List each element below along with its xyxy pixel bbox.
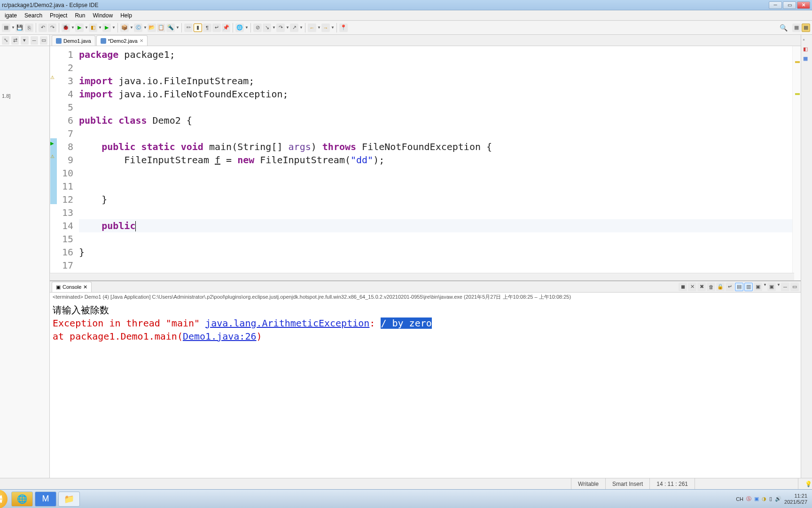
menu-run[interactable]: Run: [71, 11, 89, 20]
stacktrace-line: at package1.Demo1.main(Demo1.java:26): [53, 330, 798, 343]
close-button[interactable]: ✕: [797, 1, 810, 9]
link-editor-icon[interactable]: ⇄: [11, 36, 19, 45]
quick-access-icon[interactable]: 🔍: [780, 24, 788, 32]
open-console-button[interactable]: ▣: [754, 283, 762, 291]
toggle-block-button[interactable]: ▮: [194, 24, 202, 32]
exception-message-highlight: / by zero: [381, 318, 431, 329]
main-toolbar: ▦▼ 💾 ⎘ ↶ ↷ 🐞▼ ▶▼ ◧▼ ▶▼ 📦▼ Ⓒ▼ 📂 📋 🔦▼ ✏ ▮ …: [0, 21, 812, 35]
skip-breakpoints-button[interactable]: ⊘: [253, 24, 262, 32]
tab-label: Demo1.java: [63, 38, 91, 44]
tab-demo1[interactable]: Demo1.java: [52, 35, 95, 46]
breakpoint-bar[interactable]: ⚠▶⚠: [50, 46, 56, 280]
minimize-view-icon[interactable]: ─: [31, 36, 38, 45]
chrome-taskbar-icon[interactable]: 🌐: [11, 492, 33, 507]
stacktrace-link[interactable]: Demo1.java:26: [183, 331, 257, 342]
line-gutter: 1234567891011121314151617: [56, 46, 77, 280]
back-button[interactable]: ←: [308, 24, 316, 32]
view-menu-icon[interactable]: ▾: [21, 36, 28, 45]
tab-demo2[interactable]: *Demo2.java ✕: [96, 35, 148, 46]
show-whitespace-button[interactable]: ¶: [203, 24, 211, 32]
maximize-button[interactable]: ▭: [783, 1, 796, 9]
close-console-icon[interactable]: ✕: [83, 284, 87, 290]
tab-label: *Demo2.java: [108, 38, 138, 44]
save-all-button[interactable]: ⎘: [25, 24, 33, 32]
remove-all-button[interactable]: ✖: [697, 283, 706, 291]
console-panel: ▣ Console ✕ ◼ ✕ ✖ 🗑 🔒 ↵ ▤ ▥ ▣▼ ▣▼ ─ ▭: [50, 280, 801, 478]
search-button[interactable]: 🔦: [166, 24, 175, 32]
status-bar: Writable Smart Insert 14 : 11 : 261 💡: [0, 478, 812, 489]
pin-button[interactable]: 📌: [222, 24, 230, 32]
new-console-button[interactable]: ▣: [767, 283, 776, 291]
minimize-button[interactable]: ─: [769, 1, 782, 9]
explorer-taskbar-icon[interactable]: 📁: [58, 492, 80, 507]
status-cursor-pos: 14 : 11 : 261: [649, 478, 695, 489]
menu-navigate[interactable]: igate: [1, 11, 21, 20]
close-tab-icon[interactable]: ✕: [140, 38, 143, 43]
run-last-button[interactable]: ▶: [102, 24, 111, 32]
terminate-button[interactable]: ◼: [679, 283, 687, 291]
code-editor[interactable]: ⚠▶⚠ 1234567891011121314151617 package pa…: [50, 46, 801, 280]
collapse-all-icon[interactable]: ⤡: [2, 36, 9, 45]
console-tab[interactable]: ▣ Console ✕: [52, 282, 92, 292]
menu-help[interactable]: Help: [117, 11, 136, 20]
new-button[interactable]: ▦: [2, 24, 10, 32]
ime-indicator[interactable]: CH: [736, 496, 743, 502]
scroll-lock-button[interactable]: 🔒: [716, 283, 725, 291]
restore-view-icon[interactable]: ▫: [803, 37, 811, 44]
app-taskbar-icon[interactable]: M: [35, 492, 56, 507]
minimize-console-icon[interactable]: ─: [781, 283, 789, 291]
step-into-button[interactable]: ↘: [263, 24, 271, 32]
overview-ruler[interactable]: [792, 46, 801, 280]
maximize-view-icon[interactable]: ▭: [40, 36, 47, 45]
tray-icon[interactable]: Ⓢ: [746, 495, 751, 502]
start-button[interactable]: [0, 490, 8, 508]
forward-button[interactable]: →: [321, 24, 330, 32]
status-insert-mode: Smart Insert: [605, 478, 649, 489]
save-button[interactable]: 💾: [16, 24, 24, 32]
windows-taskbar: 🌐 M 📁 CH Ⓢ ▣ ◑ ▯ 🔊 11:21 2021/5/27: [0, 489, 812, 508]
console-output[interactable]: 请输入被除数 Exception in thread "main" java.l…: [50, 302, 801, 478]
window-title: rc/package1/Demo2.java - Eclipse IDE: [2, 2, 98, 8]
open-task-button[interactable]: 📋: [157, 24, 165, 32]
package-explorer: ⤡ ⇄ ▾ ─ ▭ 1.8]: [0, 35, 50, 478]
redo-button[interactable]: ↷: [48, 24, 56, 32]
code-area[interactable]: package package1; import java.io.FileInp…: [77, 46, 792, 280]
undo-button[interactable]: ↶: [39, 24, 47, 32]
step-over-button[interactable]: ↷: [276, 24, 285, 32]
run-button[interactable]: ▶: [75, 24, 84, 32]
horizontal-scrollbar[interactable]: [50, 273, 794, 280]
open-type-button[interactable]: 📂: [148, 24, 156, 32]
warning-marker[interactable]: [795, 61, 800, 63]
outline-icon[interactable]: ◧: [803, 46, 811, 54]
menu-search[interactable]: Search: [21, 11, 46, 20]
task-list-icon[interactable]: ▦: [803, 56, 811, 63]
tray-icon[interactable]: ◑: [762, 496, 766, 502]
pin-console-button[interactable]: ▤: [735, 283, 743, 291]
toggle-mark-button[interactable]: ✏: [184, 24, 193, 32]
debug-button[interactable]: 🐞: [62, 24, 70, 32]
menu-project[interactable]: Project: [46, 11, 71, 20]
display-selected-button[interactable]: ▥: [744, 283, 753, 291]
maximize-console-icon[interactable]: ▭: [790, 283, 799, 291]
new-package-button[interactable]: 📦: [120, 24, 129, 32]
warning-marker[interactable]: [795, 93, 800, 95]
coverage-button[interactable]: ◧: [89, 24, 97, 32]
perspective-java-button[interactable]: ▦: [792, 24, 801, 32]
toggle-word-wrap-button[interactable]: ↵: [212, 24, 221, 32]
web-browser-button[interactable]: 🌐: [235, 24, 244, 32]
volume-icon[interactable]: 🔊: [775, 496, 781, 502]
perspective-open-button[interactable]: ▦: [802, 24, 810, 32]
pin-editor-button[interactable]: 📍: [339, 24, 348, 32]
step-return-button[interactable]: ↗: [290, 24, 298, 32]
console-line: 请输入被除数: [53, 303, 798, 317]
menu-window[interactable]: Window: [89, 11, 117, 20]
clear-console-button[interactable]: 🗑: [707, 283, 715, 291]
tray-clock[interactable]: 11:21 2021/5/27: [784, 493, 809, 505]
tray-flag-icon[interactable]: ▯: [769, 496, 772, 502]
window-titlebar: rc/package1/Demo2.java - Eclipse IDE ─ ▭…: [0, 0, 812, 10]
new-class-button[interactable]: Ⓒ: [134, 24, 142, 32]
tray-icon[interactable]: ▣: [754, 496, 759, 502]
word-wrap-button[interactable]: ↵: [726, 283, 734, 291]
remove-launch-button[interactable]: ✕: [688, 283, 696, 291]
exception-class-link[interactable]: java.lang.ArithmeticException: [205, 318, 369, 329]
